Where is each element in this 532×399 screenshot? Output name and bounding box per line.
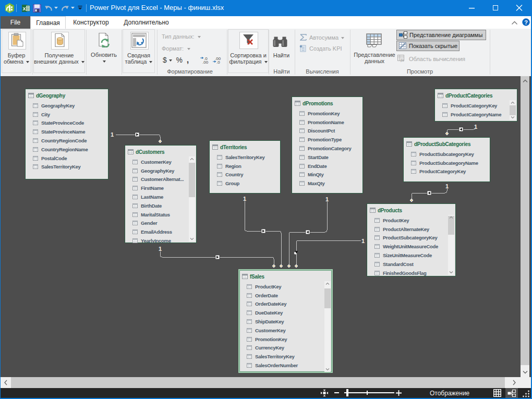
svg-text:1: 1 bbox=[243, 196, 246, 202]
svg-text:1: 1 bbox=[159, 246, 162, 252]
svg-text:.00: .00 bbox=[202, 60, 209, 64]
svg-text:1: 1 bbox=[474, 124, 477, 130]
svg-text:fx: fx bbox=[401, 57, 404, 62]
svg-text:?: ? bbox=[524, 19, 528, 26]
svg-text:1: 1 bbox=[325, 196, 329, 202]
svg-text:.0: .0 bbox=[216, 60, 220, 64]
svg-text:1: 1 bbox=[445, 183, 449, 189]
svg-text:1: 1 bbox=[361, 238, 365, 244]
svg-text:1: 1 bbox=[111, 131, 114, 138]
svg-text:X: X bbox=[23, 6, 26, 11]
